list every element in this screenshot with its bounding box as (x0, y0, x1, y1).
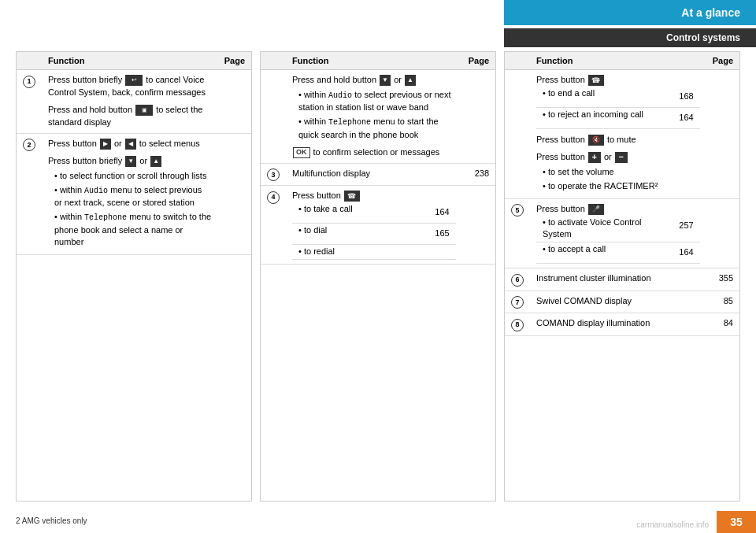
mute-text: Press button 🔇 to mute (536, 134, 700, 146)
phone-call-text: Press button ☎ (292, 190, 456, 202)
phone-end-text: Press button ☎̶ (536, 74, 700, 87)
arrow-left-icon: ◀ (125, 139, 136, 150)
header-subtitle: Control systems (504, 28, 756, 47)
phone-call-icon: ☎ (344, 191, 360, 202)
row-number: 2 (23, 139, 35, 151)
table3-function-header: Function (530, 52, 706, 70)
volume-text: Press button + or − (536, 151, 700, 164)
volume-sublist: to set the volume to operate the RACETIM… (536, 166, 700, 193)
minus-icon: − (615, 152, 628, 163)
row1-text2: Press and hold button ▣ to select the st… (48, 104, 212, 129)
footnote: 2 AMG vehicles only (16, 516, 87, 525)
table-row: 3 Multifunction display 238 (261, 163, 495, 186)
phone-end-sublist: • to end a call 168 • to reject an incom… (536, 87, 700, 129)
row2-sublist: to select function or scroll through lis… (48, 170, 212, 250)
row-number: 3 (267, 168, 280, 181)
comand-illumination-page: 84 (706, 313, 739, 336)
table2-function-header: Function (286, 52, 462, 70)
table-row: Press button ☎̶ • to end a call 168 • to… (505, 70, 739, 199)
header-title: At a glance (504, 0, 756, 25)
phone-end-icon: ☎̶ (588, 75, 604, 86)
row-number: 5 (511, 204, 524, 217)
page-number: 35 (717, 511, 756, 533)
arrow-right-icon: ▶ (100, 139, 111, 150)
table-row: 7 Swivel COMAND display 85 (505, 291, 739, 313)
comand-illumination-text: COMAND display illumination (530, 313, 706, 336)
table2: Function Page Press and hold button ▼ or… (260, 51, 496, 502)
table3: Function Page Press button ☎̶ • to end a… (504, 51, 740, 502)
row1-text1: Press button briefly ↩ to cancel Voice C… (48, 74, 212, 99)
main-content: Function Page 1 Press button briefly ↩ t… (16, 51, 740, 502)
table2-page-header: Page (462, 52, 495, 70)
watermark: carmanualsoline.info (636, 520, 709, 529)
hold-btn-sublist: within Audio to select previous or next … (292, 89, 456, 142)
arrow-up-btn: ▲ (150, 156, 161, 167)
mute-icon: 🔇 (588, 135, 604, 146)
row-number: 6 (511, 274, 524, 287)
table-row: 5 Press button 🎤 • to activate Voice Con… (505, 198, 739, 268)
instrument-cluster-text: Instrument cluster illumination (530, 268, 706, 291)
row-number: 7 (511, 296, 524, 309)
voice-control-icon: 🎤 (588, 204, 604, 215)
table3-page-header: Page (706, 52, 739, 70)
table1-page-header: Page (218, 52, 251, 70)
swivel-comand-text: Swivel COMAND display (530, 291, 706, 313)
voice-control-text: Press button 🎤 (536, 203, 700, 216)
table-row: Press and hold button ▼ or ▲ within Audi… (261, 70, 495, 164)
back-button-icon: ↩ (125, 75, 143, 86)
row-number: 1 (23, 76, 35, 88)
arrow-up-hold-icon: ▲ (405, 75, 416, 86)
table1: Function Page 1 Press button briefly ↩ t… (16, 51, 252, 502)
hold-btn-text: Press and hold button ▼ or ▲ (292, 74, 456, 87)
row-number: 8 (511, 319, 524, 331)
voice-sublist: • to activate Voice Control System 257 •… (536, 216, 700, 265)
plus-icon: + (588, 152, 601, 163)
table-row: 2 Press button ▶ or ◀ to select menus Pr… (17, 133, 251, 255)
arrow-down-hold-icon: ▼ (380, 75, 391, 86)
table-row: 8 COMAND display illumination 84 (505, 313, 739, 336)
table-row: 1 Press button briefly ↩ to cancel Voice… (17, 70, 251, 134)
table-row: 4 Press button ☎ • to take a call 164 • … (261, 186, 495, 265)
multifunction-display-text: Multifunction display (286, 163, 462, 186)
instrument-cluster-page: 355 (706, 268, 739, 291)
table1-function-header: Function (42, 52, 218, 70)
row2-text1: Press button ▶ or ◀ to select menus (48, 138, 212, 150)
display-button-icon: ▣ (135, 105, 153, 116)
ok-button-icon: OK (293, 147, 310, 158)
row-number: 4 (267, 191, 280, 204)
swivel-comand-page: 85 (706, 291, 739, 313)
ok-confirm-text: OK to confirm selection or messages (292, 146, 456, 159)
table-row: 6 Instrument cluster illumination 355 (505, 268, 739, 291)
arrow-down-btn: ▼ (125, 156, 136, 167)
row2-text2: Press button briefly ▼ or ▲ (48, 155, 212, 168)
phone-sublist: • to take a call 164 • to dial 165 • to … (292, 202, 456, 260)
multifunction-display-page: 238 (462, 163, 495, 186)
